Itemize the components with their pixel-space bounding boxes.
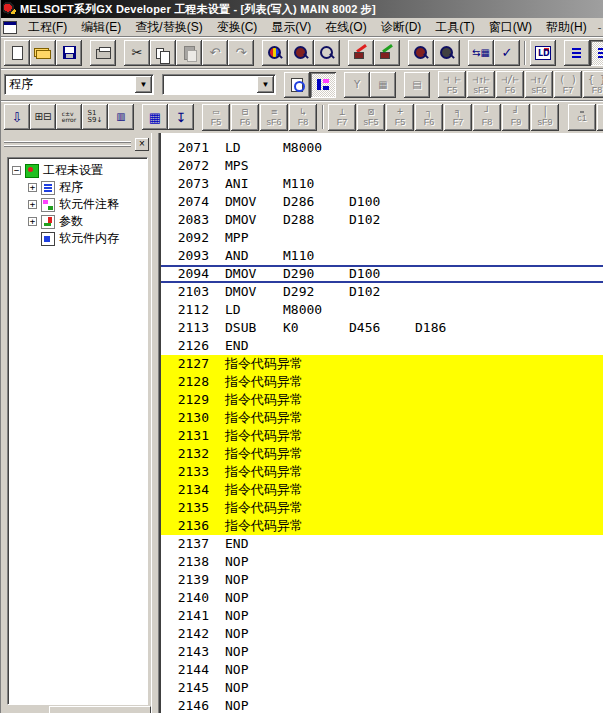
find-combobox[interactable]: ▼ [162, 74, 276, 95]
project-data-list-button[interactable] [284, 72, 310, 98]
tree-item[interactable]: + 软元件注释 [8, 196, 147, 213]
new-project-button[interactable] [4, 40, 30, 66]
panel-splitter[interactable] [151, 133, 159, 713]
print-button[interactable] [90, 40, 116, 66]
comment-edit-button[interactable]: ▤ [404, 72, 430, 98]
list-row[interactable]: 2130 指令代码异常 [161, 409, 603, 427]
list-row[interactable]: 2128 指令代码异常 [161, 373, 603, 391]
menu-item[interactable]: 窗口(W) [482, 18, 539, 37]
tree-expander-icon[interactable]: + [28, 183, 37, 192]
chevron-down-icon[interactable]: ▼ [257, 76, 274, 93]
find-device-button[interactable] [288, 40, 314, 66]
device-monitor-button[interactable] [408, 40, 434, 66]
list-row[interactable]: 2132 指令代码异常 [161, 445, 603, 463]
block-convert-button[interactable]: ▦ [370, 72, 396, 98]
find-string-button[interactable] [314, 40, 340, 66]
tree-expander-icon[interactable]: + [28, 200, 37, 209]
list-row[interactable]: 2142 NOP [161, 625, 603, 643]
program-check-button[interactable]: ✓ [494, 40, 520, 66]
instruction-list-edit-button[interactable] [590, 40, 603, 66]
paste-button[interactable] [176, 40, 202, 66]
list-row[interactable]: 2134 指令代码异常 [161, 481, 603, 499]
list-row[interactable]: 2129 指令代码异常 [161, 391, 603, 409]
list-row[interactable]: 2135 指令代码异常 [161, 499, 603, 517]
list-row[interactable]: 2140 NOP [161, 589, 603, 607]
list-row[interactable]: 2146 NOP [161, 697, 603, 713]
branch-tool-button[interactable]: Y [344, 72, 370, 98]
device-write-button[interactable] [348, 40, 374, 66]
line-fkey-button[interactable]: ≡ sF6 [260, 104, 288, 131]
menu-item[interactable]: 变换(C) [210, 18, 265, 37]
menu-item[interactable]: 查找/替换(S) [128, 18, 209, 37]
menu-item[interactable]: 诊断(D) [374, 18, 429, 37]
list-row[interactable]: 2145 NOP [161, 679, 603, 697]
list-row[interactable]: 2112 LD M8000 [161, 301, 603, 319]
list-row[interactable]: 2073 ANI M110 [161, 175, 603, 193]
ladder-symbol-fkey-button[interactable]: { } F8 [583, 71, 603, 98]
menu-item[interactable]: 编辑(E) [74, 18, 128, 37]
undo-button[interactable]: ↶ [202, 40, 228, 66]
draw-line-fkey-button[interactable]: ┘ F8 [473, 104, 501, 131]
menu-item[interactable]: 帮助(H) [539, 18, 594, 37]
menu-item[interactable]: 显示(V) [264, 18, 318, 37]
draw-line-fkey-button[interactable]: ┐ F6 [415, 104, 443, 131]
list-row[interactable]: 2071 LD M8000 [161, 139, 603, 157]
redo-button[interactable]: ↷ [228, 40, 254, 66]
tree-item[interactable]: + 参数 [8, 213, 147, 230]
list-row[interactable]: 2094 DMOV D290 D100 [161, 265, 603, 283]
project-tree-toggle-button[interactable] [310, 72, 336, 98]
ladder-symbol-view-button[interactable] [564, 40, 590, 66]
list-row[interactable]: 2143 NOP [161, 643, 603, 661]
list-row[interactable]: 2126 END [161, 337, 603, 355]
draw-line-fkey-button[interactable]: ⊠ sF5 [357, 104, 385, 131]
menu-item[interactable]: 工具(T) [428, 18, 481, 37]
sfc-symbol-fkey-button[interactable]: c1 [568, 104, 596, 131]
tree-expander-icon[interactable]: − [12, 166, 21, 175]
device-test-button[interactable] [374, 40, 400, 66]
cut-button[interactable]: ✂ [124, 40, 150, 66]
partial-monitor-button[interactable]: ▥ [108, 104, 134, 130]
tree-item[interactable]: 软元件内存 [8, 230, 147, 247]
ladder-symbol-fkey-button[interactable]: ( ) F7 [554, 71, 582, 98]
step-run-button[interactable]: S1S9↓ [82, 104, 108, 130]
transfer-setup-button[interactable]: ⇆▦ [468, 40, 494, 66]
sfc-symbol-fkey-button[interactable]: SC c2 [597, 104, 603, 131]
copy-button[interactable] [150, 40, 176, 66]
mdi-child-icon[interactable] [3, 21, 17, 34]
draw-line-fkey-button[interactable]: + F5 [386, 104, 414, 131]
insert-row-button[interactable]: ⇩ [4, 104, 30, 130]
list-row[interactable]: 2103 DMOV D292 D102 [161, 283, 603, 301]
window-copy-button[interactable]: ⊞⊟ [30, 104, 56, 130]
dock-gripper[interactable] [4, 141, 131, 148]
list-row[interactable]: 2144 NOP [161, 661, 603, 679]
open-project-button[interactable] [30, 40, 56, 66]
line-fkey-button[interactable]: ⊟ F6 [231, 104, 259, 131]
ladder-symbol-fkey-button[interactable]: ⊣↑⊢ sF5 [467, 71, 495, 98]
draw-line-fkey-button[interactable]: ⊥ F7 [328, 104, 356, 131]
ladder-symbol-fkey-button[interactable]: ⊣/⊢ F6 [496, 71, 524, 98]
list-row[interactable]: 2074 DMOV D286 D100 [161, 193, 603, 211]
list-row[interactable]: 2083 DMOV D288 D102 [161, 211, 603, 229]
tree-item[interactable]: + 程序 [8, 179, 147, 196]
draw-line-fkey-button[interactable]: ╕ F7 [444, 104, 472, 131]
ladder-mode-button[interactable] [530, 40, 556, 66]
tree-expander-icon[interactable]: + [28, 217, 37, 226]
draw-line-fkey-button[interactable]: ╛ F9 [502, 104, 530, 131]
program-combobox[interactable]: 程序 ▼ [4, 74, 154, 95]
line-fkey-button[interactable]: ▭ F5 [202, 104, 230, 131]
list-row[interactable]: 2092 MPP [161, 229, 603, 247]
list-row[interactable]: 2113 DSUB K0 D456 D186 [161, 319, 603, 337]
list-row[interactable]: 2138 NOP [161, 553, 603, 571]
chevron-down-icon[interactable]: ▼ [135, 76, 152, 93]
menu-item[interactable]: 在线(O) [318, 18, 373, 37]
find-button[interactable] [262, 40, 288, 66]
list-row[interactable]: 2133 指令代码异常 [161, 463, 603, 481]
device-batch-monitor-button[interactable] [434, 40, 460, 66]
error-jump-button[interactable]: c±verror [56, 104, 82, 130]
list-row[interactable]: 2137 END [161, 535, 603, 553]
line-fkey-button[interactable]: ↳ F8 [289, 104, 317, 131]
device-memory-button[interactable]: ▦ [142, 104, 168, 130]
list-row[interactable]: 2093 AND M110 [161, 247, 603, 265]
ladder-symbol-fkey-button[interactable]: ⊣ ⊢ F5 [438, 71, 466, 98]
list-row[interactable]: 2127 指令代码异常 [161, 355, 603, 373]
